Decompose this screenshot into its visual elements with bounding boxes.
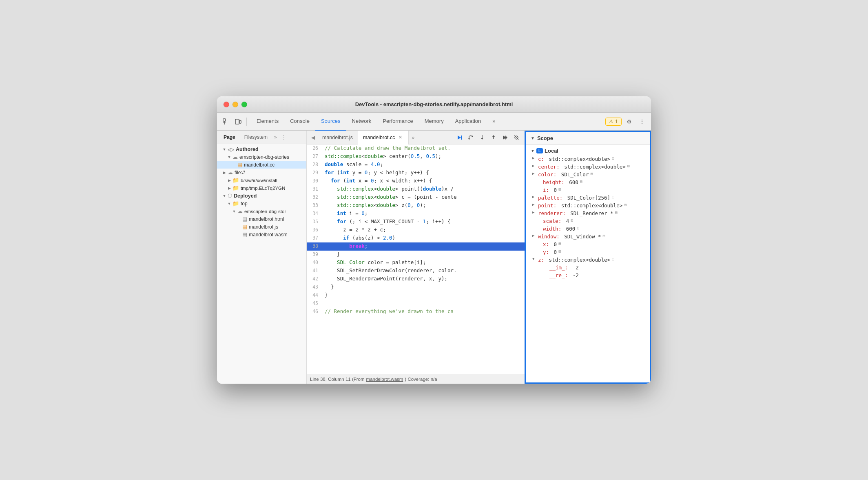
js-file-icon: ▤: [242, 224, 247, 230]
close-tab-icon[interactable]: ✕: [398, 135, 403, 140]
top-folder[interactable]: ▼ 📁 top: [217, 200, 306, 207]
wasm-file-icon: ▤: [242, 231, 247, 238]
scope-item-c[interactable]: ▶ c: std::complex<double>⊞: [526, 155, 650, 163]
tab-sources[interactable]: Sources: [315, 113, 346, 131]
top-folder-label: top: [241, 201, 248, 207]
scope-item-window[interactable]: ▶ window: SDL_Window *⊞: [526, 233, 650, 240]
deployed-cloud-icon: ☁: [237, 208, 243, 214]
maximize-button[interactable]: [241, 102, 247, 107]
scope-content: ▼ L Local ▶ c: std::complex<double>⊞ ▶ c…: [526, 145, 650, 382]
svg-rect-3: [235, 119, 239, 124]
code-tab-mandelbrotcc[interactable]: mandelbrot.cc ✕: [358, 131, 409, 144]
code-line-46: 46 // Render everything we've drawn to t…: [307, 308, 525, 316]
folder-tmp-label: tmp/tmp.ELcTq2YGN: [241, 186, 285, 191]
file-mandelbrot-cc[interactable]: ▤ mandelbrot.cc: [217, 161, 306, 169]
tab-elements[interactable]: Elements: [251, 113, 284, 131]
sidebar-more-icon[interactable]: »: [274, 134, 277, 140]
scope-local-section[interactable]: ▼ L Local: [526, 147, 650, 155]
folder-b-icon: 📁: [232, 177, 239, 183]
scope-item-center[interactable]: ▶ center: std::complex<double>⊞: [526, 163, 650, 171]
step-out-button[interactable]: [489, 133, 498, 142]
devtools-toolbar: Elements Console Sources Network Perform…: [217, 113, 651, 131]
scope-title: Scope: [537, 135, 553, 141]
code-line-45: 45: [307, 300, 525, 308]
settings-icon[interactable]: ⚙: [623, 116, 635, 127]
tab-network[interactable]: Network: [346, 113, 377, 131]
folder-tmp-icon: 📁: [232, 185, 239, 191]
code-tab-mandelbrotjs[interactable]: mandelbrot.js: [317, 131, 358, 144]
svg-marker-9: [468, 138, 470, 140]
folder-tmp[interactable]: ▶ 📁 tmp/tmp.ELcTq2YGN: [217, 184, 306, 192]
more-tabs-icon[interactable]: »: [409, 135, 418, 140]
sidebar-tab-filesystem[interactable]: Filesystem: [241, 133, 271, 141]
deployed-icon: ⬡: [228, 193, 232, 199]
titlebar: DevTools - emscripten-dbg-stories.netlif…: [217, 96, 651, 113]
main-content: Page Filesystem » ⋮ ▼ ◁▷ Authored ▼ ☁: [217, 131, 651, 384]
deployed-section[interactable]: ▼ ⬡ Deployed: [217, 192, 306, 200]
deactivate-breakpoints-icon[interactable]: [512, 133, 521, 142]
cloud-emscripten[interactable]: ▼ ☁ emscripten-dbg-stories: [217, 153, 306, 161]
tab-performance[interactable]: Performance: [377, 113, 418, 131]
scope-item-z-im[interactable]: __im_: -2: [526, 264, 650, 271]
folder-b-label: b/s/w/ir/x/w/install: [241, 178, 277, 183]
step-over-button[interactable]: [466, 133, 476, 142]
authored-label: Authored: [236, 147, 259, 152]
tab-more[interactable]: »: [487, 113, 501, 131]
collapse-sidebar-icon[interactable]: ◀: [308, 133, 317, 142]
file-protocol-section[interactable]: ▶ ☁ file://: [217, 169, 306, 176]
toolbar-right: ⚠ 1 ⚙ ⋮: [605, 116, 648, 127]
code-line-29: 29 for (int y = 0; y < height; y++) {: [307, 169, 525, 177]
devtools-window: DevTools - emscripten-dbg-stories.netlif…: [217, 96, 651, 384]
svg-marker-11: [481, 138, 483, 140]
code-line-31: 31 std::complex<double> point((double)x …: [307, 185, 525, 193]
file-html[interactable]: ▤ mandelbrot.html: [217, 215, 306, 223]
resume-button[interactable]: [454, 133, 464, 142]
code-line-43: 43 }: [307, 283, 525, 291]
file-tree: ▼ ◁▷ Authored ▼ ☁ emscripten-dbg-stories…: [217, 144, 306, 384]
device-toolbar-icon[interactable]: [232, 116, 244, 127]
code-line-44: 44 }: [307, 291, 525, 300]
window-title: DevTools - emscripten-dbg-stories.netlif…: [355, 101, 513, 107]
step-into-button[interactable]: [477, 133, 487, 142]
sidebar-options-icon[interactable]: ⋮: [281, 134, 287, 140]
close-button[interactable]: [224, 102, 229, 107]
svg-rect-6: [461, 136, 462, 140]
inspect-element-icon[interactable]: [220, 116, 232, 127]
html-file-icon: ▤: [242, 216, 247, 222]
code-line-34: 34 int i = 0;: [307, 210, 525, 218]
code-line-38: 38 break;: [307, 242, 525, 251]
warning-badge[interactable]: ⚠ 1: [605, 118, 622, 126]
scope-item-z[interactable]: ▼ z: std::complex<double>⊞: [526, 256, 650, 264]
minimize-button[interactable]: [232, 102, 238, 107]
scope-item-palette[interactable]: ▶ palette: SDL_Color[256]⊞: [526, 194, 650, 202]
scope-header: ▼ Scope: [526, 132, 650, 145]
file-js[interactable]: ▤ mandelbrot.js: [217, 223, 306, 231]
scope-item-width[interactable]: width: 600⊞: [526, 225, 650, 233]
scope-item-i[interactable]: i: 0⊞: [526, 186, 650, 194]
step-button[interactable]: [500, 133, 510, 142]
folder-b[interactable]: ▶ 📁 b/s/w/ir/x/w/install: [217, 176, 306, 184]
deployed-cloud[interactable]: ▼ ☁ emscripten-dbg-stor: [217, 207, 306, 215]
scope-item-color[interactable]: ▶ color: SDL_Color⊞: [526, 171, 650, 178]
file-wasm[interactable]: ▤ mandelbrot.wasm: [217, 231, 306, 238]
scope-item-z-re[interactable]: __re_: -2: [526, 271, 650, 279]
sidebar-tab-page[interactable]: Page: [220, 133, 239, 141]
tab-console[interactable]: Console: [284, 113, 315, 131]
authored-section[interactable]: ▼ ◁▷ Authored: [217, 146, 306, 153]
svg-rect-0: [223, 119, 226, 121]
wasm-link[interactable]: mandelbrot.wasm: [366, 377, 403, 382]
scope-item-scale[interactable]: scale: 4⊞: [526, 217, 650, 225]
scope-item-renderer[interactable]: ▶ renderer: SDL_Renderer *⊞: [526, 209, 650, 217]
scope-item-x[interactable]: x: 0⊞: [526, 240, 650, 248]
more-options-icon[interactable]: ⋮: [636, 116, 648, 127]
scope-item-point[interactable]: ▶ point: std::complex<double>⊞: [526, 202, 650, 209]
cc-file-icon: ▤: [237, 162, 242, 168]
tab-application[interactable]: Application: [450, 113, 487, 131]
status-bar: Line 38, Column 11 (From mandelbrot.wasm…: [307, 374, 525, 384]
scope-item-y[interactable]: y: 0⊞: [526, 248, 650, 256]
scope-item-height[interactable]: height: 600⊞: [526, 178, 650, 186]
code-line-30: 30 for (int x = 0; x < width; x++) {: [307, 177, 525, 185]
tab-memory[interactable]: Memory: [419, 113, 450, 131]
file-sidebar: Page Filesystem » ⋮ ▼ ◁▷ Authored ▼ ☁: [217, 131, 307, 384]
local-badge: L: [536, 148, 543, 153]
